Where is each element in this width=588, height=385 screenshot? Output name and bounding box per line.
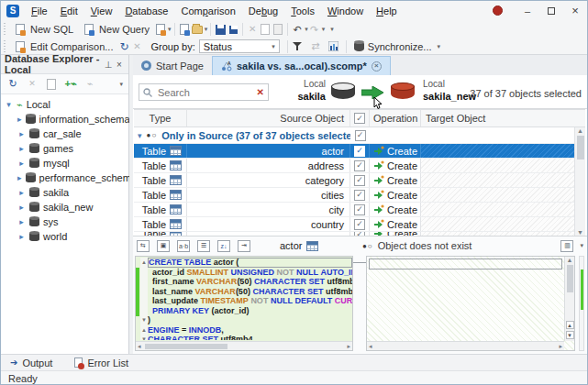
ignore-case-icon[interactable]: ☰: [197, 240, 210, 252]
redo-icon[interactable]: ↷: [308, 23, 321, 36]
tab-error-list[interactable]: Error List: [74, 358, 128, 368]
row-checkbox[interactable]: ✓: [354, 204, 365, 215]
scroll-up-icon[interactable]: ▲: [567, 257, 573, 263]
target-ddl-editor[interactable]: ▲ ▲ ▼ ◂ ▸: [366, 256, 575, 351]
gutter-mark-icon[interactable]: ▼: [140, 315, 148, 325]
show-differences-icon[interactable]: ▣: [157, 240, 170, 252]
paste-icon[interactable]: [272, 23, 284, 36]
row-checkbox[interactable]: ✓: [354, 190, 365, 201]
gutter-mark-icon[interactable]: [140, 306, 148, 316]
source-horizontal-scrollbar[interactable]: ◂ ▸: [136, 341, 352, 350]
chevron-right-icon[interactable]: ▸: [17, 115, 22, 124]
tree-item-car_sale[interactable]: ▸car_sale: [5, 126, 128, 141]
scroll-thumb[interactable]: [567, 265, 573, 292]
new-document-chevron-icon[interactable]: ▾: [168, 26, 172, 33]
scroll-right-icon[interactable]: ▸: [347, 343, 350, 350]
column-header-target[interactable]: Target Object: [421, 110, 574, 126]
column-header-operation[interactable]: Operation: [370, 110, 421, 126]
gutter-mark-icon[interactable]: [140, 277, 148, 287]
tab-start-page[interactable]: Start Page: [133, 56, 212, 75]
chevron-right-icon[interactable]: ▸: [17, 129, 26, 138]
explorer-overflow-icon[interactable]: ▾: [119, 81, 123, 88]
table-row[interactable]: Tableaddress✓Create: [134, 159, 585, 173]
menu-window[interactable]: Window: [321, 4, 370, 18]
new-document-icon[interactable]: [154, 23, 167, 36]
new-connection-doc-icon[interactable]: [178, 23, 191, 36]
tab-close-icon[interactable]: ×: [372, 61, 382, 72]
next-difference-icon[interactable]: ▼: [566, 331, 574, 339]
tab-comparison-document[interactable]: A sakila vs. sa...ocal).scomp* ×: [212, 56, 391, 75]
clear-search-icon[interactable]: ✕: [257, 87, 264, 97]
scroll-right-icon[interactable]: ▸: [559, 343, 562, 350]
save-icon[interactable]: [214, 23, 227, 36]
previous-difference-icon[interactable]: ▲: [566, 321, 574, 329]
tree-root-local[interactable]: ▾ ⌁ Local: [5, 97, 128, 112]
group-collapse-icon[interactable]: ▾: [138, 131, 142, 140]
tree-item-games[interactable]: ▸games: [5, 141, 128, 156]
diff-map-bar[interactable]: [579, 256, 584, 351]
group-row-only-in-source[interactable]: ▾ ●○ Only in Source (37 of 37 objects se…: [134, 127, 585, 144]
tree-item-mysql[interactable]: ▸mysql: [5, 156, 128, 170]
copy-icon[interactable]: [259, 23, 272, 36]
column-header-type[interactable]: Type: [134, 110, 187, 126]
new-query-button[interactable]: New Query: [78, 21, 154, 38]
chevron-down-icon[interactable]: ▾: [5, 100, 13, 109]
grid-vertical-scrollbar[interactable]: ▲ ▼: [574, 127, 585, 236]
toolbar-overflow-icon[interactable]: ▾: [330, 26, 334, 33]
swap-sides-icon[interactable]: ⇄: [309, 40, 322, 53]
synchronize-button[interactable]: Synchronize...: [349, 39, 437, 54]
group-by-select[interactable]: Status ▾: [199, 39, 280, 53]
edit-comparison-button[interactable]: Edit Comparison...: [9, 38, 117, 55]
chevron-right-icon[interactable]: ▸: [17, 144, 26, 153]
duplicate-icon[interactable]: [45, 78, 58, 91]
open-file-icon[interactable]: [191, 23, 204, 36]
refresh-connection-icon[interactable]: ↻: [6, 78, 19, 91]
tree-item-sakila[interactable]: ▸sakila: [5, 185, 128, 200]
open-file-chevron-icon[interactable]: ▾: [205, 26, 208, 33]
tree-item-sys[interactable]: ▸sys: [5, 214, 128, 229]
gutter-mark-icon[interactable]: ▲: [140, 258, 148, 268]
indent-icon[interactable]: ⇥: [238, 240, 250, 252]
report-icon[interactable]: [327, 40, 340, 53]
compare-files-icon[interactable]: ⇆: [137, 240, 150, 252]
pin-icon[interactable]: ⊥: [103, 60, 114, 70]
gutter-mark-icon[interactable]: [140, 268, 148, 278]
word-compare-icon[interactable]: a·b: [177, 240, 190, 252]
cut-icon[interactable]: ✕: [246, 23, 259, 36]
scroll-left-icon[interactable]: ◂: [369, 343, 372, 350]
gutter-mark-icon[interactable]: ▲: [140, 325, 148, 336]
column-header-source[interactable]: Source Object: [187, 110, 350, 126]
chevron-right-icon[interactable]: ▸: [17, 173, 22, 182]
new-connection-icon[interactable]: +⌁: [64, 78, 77, 91]
row-checkbox[interactable]: ✓: [354, 175, 365, 186]
source-ddl-editor[interactable]: ▲CREATE TABLE actor ( actor_id SMALLINT …: [135, 256, 353, 351]
column-header-checkbox[interactable]: ✓: [350, 110, 370, 126]
menu-help[interactable]: Help: [370, 4, 404, 18]
sort-icon[interactable]: z↓: [217, 240, 230, 252]
menu-edit[interactable]: Edit: [54, 4, 84, 18]
table-row[interactable]: Tablecountry✓Create: [134, 217, 585, 232]
new-sql-button[interactable]: New SQL: [9, 21, 78, 38]
filter-icon[interactable]: [291, 40, 304, 53]
connect-icon[interactable]: ⌁: [83, 78, 96, 91]
toolbar-grip-2[interactable]: [4, 40, 6, 53]
synchronize-chevron-icon[interactable]: ▾: [438, 43, 441, 50]
notification-icon[interactable]: [493, 6, 503, 16]
scroll-left-icon[interactable]: ◂: [138, 343, 141, 350]
save-all-icon[interactable]: [227, 23, 239, 36]
tree-item-sakila_new[interactable]: ▸sakila_new: [5, 200, 128, 214]
header-checkbox[interactable]: ✓: [354, 113, 365, 124]
chevron-right-icon[interactable]: ▸: [17, 203, 26, 212]
stop-icon[interactable]: ✕: [130, 40, 143, 53]
row-checkbox[interactable]: ✓: [354, 219, 365, 230]
menu-database[interactable]: Database: [118, 4, 174, 18]
chevron-right-icon[interactable]: ▸: [17, 188, 26, 197]
target-vertical-scrollbar[interactable]: ▲ ▲ ▼: [564, 257, 574, 341]
gutter-mark-icon[interactable]: [140, 287, 148, 297]
group-checkbox[interactable]: ✓: [355, 130, 366, 141]
maximize-button[interactable]: [539, 1, 563, 20]
gutter-mark-icon[interactable]: [140, 296, 148, 306]
tree-item-information_schema[interactable]: ▸information_schema: [5, 112, 128, 126]
menu-tools[interactable]: Tools: [284, 4, 321, 18]
menu-debug[interactable]: Debug: [242, 4, 284, 18]
